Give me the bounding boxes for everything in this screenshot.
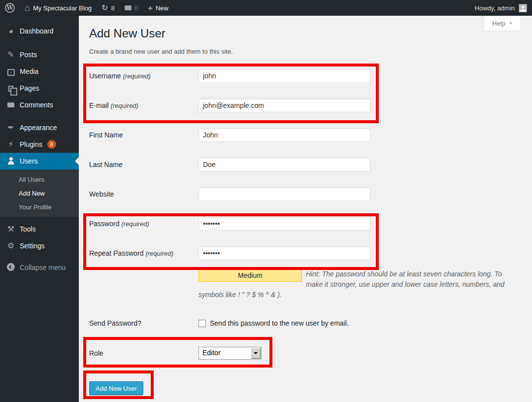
- sidebar-item-label: Settings: [20, 242, 45, 250]
- sidebar-item-label: Pages: [20, 84, 39, 92]
- role-row: Role Editor: [89, 339, 532, 367]
- submenu-item-label: All Users: [19, 176, 44, 183]
- comment-count: 0: [134, 4, 138, 12]
- sidebar-item-appearance[interactable]: ✒ Appearance: [0, 119, 79, 136]
- password-input[interactable]: [199, 217, 370, 231]
- email-label: E-mail (required): [89, 101, 199, 109]
- sidebar-item-media[interactable]: ♪ Media: [0, 63, 79, 80]
- sidebar-item-label: Comments: [20, 101, 53, 109]
- dashboard-icon: ◕: [6, 27, 16, 35]
- sidebar-item-pages[interactable]: Pages: [0, 80, 79, 97]
- repeat-password-row: Repeat Password (required): [89, 238, 532, 268]
- add-new-user-form: Username (required) E-mail (required) Fi…: [79, 61, 532, 395]
- website-label: Website: [89, 190, 199, 198]
- comments-link[interactable]: 0: [120, 0, 143, 16]
- sidebar-item-label: Posts: [20, 51, 37, 59]
- repeat-password-label: Repeat Password (required): [89, 249, 199, 257]
- brush-icon: ✒: [6, 124, 16, 132]
- first-name-input[interactable]: [199, 128, 370, 142]
- send-password-label: Send Password?: [89, 319, 199, 327]
- first-name-label: First Name: [89, 131, 199, 139]
- required-hint: (required): [145, 250, 173, 257]
- username-input[interactable]: [199, 69, 370, 83]
- first-name-row: First Name: [89, 120, 532, 150]
- new-label: New: [156, 4, 168, 12]
- pages-icon: [6, 84, 16, 92]
- password-strength-row: Medium Hint: The password should be at l…: [89, 269, 532, 307]
- home-icon: ⌂: [25, 3, 30, 12]
- email-input[interactable]: [199, 99, 370, 112]
- page-description: Create a brand new user and add them to …: [79, 40, 532, 55]
- sidebar-item-label: Appearance: [20, 124, 57, 132]
- sidebar-item-dashboard[interactable]: ◕ Dashboard: [0, 23, 79, 39]
- update-count: 8: [111, 4, 115, 12]
- collapse-menu-button[interactable]: Collapse menu: [0, 259, 79, 276]
- plug-icon: ⚡: [6, 140, 16, 148]
- last-name-row: Last Name: [89, 150, 532, 179]
- required-hint: (required): [121, 220, 149, 228]
- last-name-label: Last Name: [89, 161, 199, 168]
- email-row: E-mail (required): [89, 91, 532, 120]
- site-name-link[interactable]: ⌂ My Spectacular Blog: [20, 0, 97, 16]
- sidebar-item-label: Dashboard: [20, 27, 54, 35]
- password-hint-block: Medium Hint: The password should be at l…: [199, 269, 510, 300]
- media-icon: ♪: [6, 67, 16, 76]
- admin-bar-left: W ⌂ My Spectacular Blog ↻ 8 0 + New: [0, 0, 173, 16]
- collapse-arrow-icon: [6, 263, 16, 272]
- chevron-down-icon: ▼: [509, 21, 513, 26]
- website-input[interactable]: [199, 187, 370, 201]
- add-new-user-button[interactable]: Add New User: [89, 381, 143, 395]
- site-name-label: My Spectacular Blog: [33, 4, 92, 12]
- sidebar-item-settings[interactable]: ⚙ Settings: [0, 237, 79, 254]
- comment-bubble-icon: [6, 101, 16, 109]
- submenu-item-all-users[interactable]: All Users: [0, 172, 79, 186]
- sidebar-item-label: Plugins: [20, 140, 42, 148]
- sidebar-item-plugins[interactable]: ⚡ Plugins 8: [0, 136, 79, 153]
- role-select[interactable]: Editor: [199, 347, 262, 360]
- repeat-password-input[interactable]: [199, 246, 370, 260]
- new-content-menu[interactable]: + New: [143, 0, 173, 16]
- page-title: Add New User: [79, 16, 532, 40]
- pin-icon: ✎: [6, 51, 16, 59]
- settings-icon: ⚙: [6, 242, 16, 250]
- wordpress-admin-screen: W ⌂ My Spectacular Blog ↻ 8 0 + New Howd…: [0, 0, 532, 402]
- submenu-item-your-profile[interactable]: Your Profile: [0, 200, 79, 214]
- help-label: Help: [492, 20, 505, 27]
- sidebar-item-comments[interactable]: Comments: [0, 97, 79, 113]
- admin-bar: W ⌂ My Spectacular Blog ↻ 8 0 + New Howd…: [0, 0, 532, 16]
- plus-icon: +: [148, 4, 153, 12]
- sidebar-item-label: Users: [20, 157, 38, 165]
- submit-row: Add New User: [89, 381, 532, 395]
- comment-bubble-icon: [125, 5, 132, 10]
- collapse-menu-label: Collapse menu: [20, 264, 66, 271]
- website-row: Website: [89, 179, 532, 209]
- update-icon: ↻: [101, 4, 108, 12]
- updates-link[interactable]: ↻ 8: [97, 0, 120, 16]
- wordpress-logo-icon: W: [5, 3, 15, 13]
- send-password-row: Send Password? Send this password to the…: [89, 313, 532, 333]
- help-button[interactable]: Help ▼: [484, 16, 521, 31]
- password-row: Password (required): [89, 209, 532, 238]
- wrench-icon: ⚒: [6, 225, 16, 233]
- howdy-label: Howdy, admin: [475, 4, 515, 12]
- required-hint: (required): [111, 102, 138, 109]
- account-menu[interactable]: Howdy, admin: [475, 0, 532, 16]
- submenu-item-add-new[interactable]: Add New: [0, 186, 79, 200]
- sidebar-item-posts[interactable]: ✎ Posts: [0, 46, 79, 63]
- sidebar-item-label: Media: [20, 67, 38, 75]
- users-submenu: All Users Add New Your Profile: [0, 169, 79, 217]
- sidebar-item-tools[interactable]: ⚒ Tools: [0, 221, 79, 237]
- avatar: [519, 4, 527, 12]
- select-dropdown-arrow-icon[interactable]: [251, 348, 261, 359]
- send-password-checkbox-label: Send this password to the new user by em…: [210, 319, 349, 327]
- wordpress-logo-menu[interactable]: W: [0, 0, 20, 16]
- user-icon: [6, 157, 16, 166]
- sidebar-item-users[interactable]: Users: [0, 153, 79, 169]
- send-password-checkbox-wrap: Send this password to the new user by em…: [199, 319, 349, 327]
- last-name-input[interactable]: [199, 158, 370, 171]
- send-password-checkbox[interactable]: [199, 320, 206, 327]
- role-selected-value: Editor: [199, 347, 250, 359]
- submenu-item-label: Your Profile: [19, 203, 52, 211]
- password-strength-indicator: Medium: [199, 269, 302, 282]
- required-hint: (required): [123, 72, 150, 80]
